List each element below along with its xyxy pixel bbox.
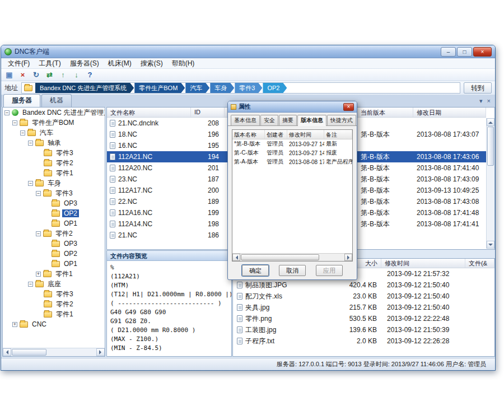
- scroll-left-icon[interactable]: [232, 254, 240, 261]
- delete-icon[interactable]: ×: [18, 70, 27, 80]
- scroll-up-icon[interactable]: [487, 118, 494, 126]
- tree-item[interactable]: +CNC: [3, 319, 105, 329]
- version-row[interactable]: 第-A-版本管理员2013-08-08 17:老产品程序: [232, 157, 352, 166]
- version-row[interactable]: *第-B-版本管理员2013-09-27 14:最新: [232, 139, 352, 148]
- breadcrumb-segment-4[interactable]: 零件3: [235, 83, 262, 93]
- tree-item[interactable]: −零件生产BOM: [3, 118, 105, 128]
- version-list-scrollbar[interactable]: [232, 253, 352, 261]
- attachment-row[interactable]: 零件.png530.5 KB2013-09-12 22:22:48: [233, 313, 494, 324]
- tree-item[interactable]: −Bandex DNC 先进生产管理系统: [3, 108, 105, 118]
- tree-item[interactable]: OP1: [3, 218, 105, 228]
- tree-item[interactable]: −零件2: [3, 228, 105, 239]
- collapse-icon[interactable]: −: [28, 181, 33, 186]
- chevron-down-icon[interactable]: ▾: [479, 97, 483, 104]
- file-preview-panel: 文件内容预览 %(112A21)(HTM)(T12| H1| D21.0000m…: [106, 250, 232, 357]
- scroll-left-icon[interactable]: [3, 348, 11, 356]
- dialog-title-bar[interactable]: 属性 ×: [228, 101, 357, 113]
- tree-item[interactable]: −零件3: [3, 188, 105, 198]
- tree-item[interactable]: −汽车: [3, 128, 105, 138]
- dialog-close-button[interactable]: ×: [343, 103, 354, 111]
- pane-tab-1[interactable]: 机器: [41, 94, 72, 107]
- refresh-icon[interactable]: ↻: [31, 70, 41, 80]
- version-list-header[interactable]: 版本名称创建者修改时间备注: [232, 130, 352, 139]
- dialog-apply-button[interactable]: 应用: [316, 265, 343, 276]
- file-list-vertical-scrollbar[interactable]: [486, 118, 494, 249]
- maximize-button[interactable]: □: [457, 47, 472, 57]
- breadcrumb-segment-3[interactable]: 车身: [210, 83, 234, 93]
- scrollbar-thumb[interactable]: [12, 349, 46, 356]
- collapse-icon[interactable]: −: [20, 130, 25, 136]
- tree-item[interactable]: −轴承: [3, 138, 105, 148]
- breadcrumb-segment-2[interactable]: 汽车: [185, 83, 209, 93]
- folder-icon: [52, 211, 60, 217]
- attachment-row[interactable]: 配刀文件.xls23.0 KB2013-09-12 21:50:40: [233, 291, 494, 302]
- attachment-row[interactable]: 制品顶图.JPG420.4 KB2013-09-12 21:50:40: [233, 279, 494, 291]
- tree-horizontal-scrollbar[interactable]: [3, 348, 105, 356]
- menu-item-0[interactable]: 文件(F): [3, 58, 34, 69]
- upload-icon[interactable]: ↑: [58, 70, 68, 80]
- collapse-icon[interactable]: −: [4, 110, 10, 115]
- version-row[interactable]: 第-C-版本管理员2013-09-27 14:报废: [232, 148, 352, 157]
- go-button[interactable]: 转到: [464, 82, 492, 94]
- dialog-ok-button[interactable]: 确定: [242, 265, 269, 276]
- tree-item[interactable]: 零件3: [3, 148, 105, 158]
- close-button[interactable]: ×: [473, 47, 492, 57]
- dialog-cancel-button[interactable]: 取消: [279, 265, 306, 276]
- address-field[interactable]: Bandex DNC 先进生产管理系统零件生产BOM汽车车身零件3OP2: [21, 82, 460, 94]
- tree-item[interactable]: +零件1: [3, 269, 105, 279]
- expand-icon[interactable]: +: [36, 272, 41, 277]
- tree-item[interactable]: 零件1: [3, 168, 105, 178]
- tree-item[interactable]: OP2: [3, 249, 105, 259]
- pane-tab-0[interactable]: 服务器: [3, 94, 40, 107]
- menu-item-1[interactable]: 工具(T): [34, 58, 65, 69]
- tree-item[interactable]: OP2: [3, 208, 105, 218]
- copy-icon[interactable]: ▣: [4, 70, 14, 80]
- scrollbar-thumb[interactable]: [487, 127, 494, 166]
- tree-item[interactable]: 零件1: [3, 309, 105, 319]
- transfer-icon[interactable]: ⇄: [45, 70, 54, 80]
- breadcrumb-segment-1[interactable]: 零件生产BOM: [134, 83, 185, 93]
- scroll-right-icon[interactable]: [96, 348, 105, 356]
- title-bar[interactable]: DNC客户端 –□×: [1, 45, 495, 58]
- scroll-down-icon[interactable]: [487, 241, 494, 249]
- dialog-tab-2[interactable]: 摘要: [279, 115, 297, 125]
- tree-item[interactable]: 零件2: [3, 299, 105, 309]
- dialog-tab-3[interactable]: 版本信息: [297, 115, 326, 126]
- folder-icon: [27, 130, 36, 136]
- scrollbar-thumb[interactable]: [241, 254, 319, 260]
- menu-item-5[interactable]: 帮助(H): [167, 58, 199, 69]
- help-icon[interactable]: ?: [85, 70, 95, 80]
- scroll-right-icon[interactable]: [344, 254, 352, 261]
- collapse-icon[interactable]: −: [36, 191, 41, 196]
- collapse-icon[interactable]: −: [28, 141, 33, 146]
- breadcrumb-segment-0[interactable]: Bandex DNC 先进生产管理系统: [35, 83, 134, 93]
- tree-item[interactable]: OP3: [3, 198, 105, 208]
- collapse-icon[interactable]: −: [36, 231, 41, 236]
- dialog-tab-1[interactable]: 安全: [260, 115, 278, 125]
- dialog-tab-0[interactable]: 基本信息: [231, 115, 260, 125]
- download-icon[interactable]: ↓: [72, 70, 81, 80]
- tree-item[interactable]: 零件3: [3, 289, 105, 299]
- collapse-icon[interactable]: −: [28, 282, 33, 287]
- folder-icon: [20, 120, 28, 126]
- attachment-row[interactable]: 夹具.jpg215.7 KB2013-09-12 21:50:40: [233, 302, 494, 313]
- tree-item[interactable]: 零件2: [3, 158, 105, 168]
- attachment-row[interactable]: 子程序.txt2.0 KB2013-09-12 22:26:28: [233, 335, 494, 347]
- minimize-button[interactable]: –: [441, 47, 456, 57]
- expand-icon[interactable]: +: [12, 322, 17, 327]
- tree-item[interactable]: OP1: [3, 259, 105, 269]
- close-pane-icon[interactable]: ×: [487, 97, 491, 104]
- menu-bar: 文件(F)工具(T)服务器(S)机床(M)搜索(S)帮助(H): [1, 58, 495, 69]
- attachment-row[interactable]: 工装图.jpg139.6 KB2013-09-12 21:50:39: [233, 324, 494, 335]
- menu-item-3[interactable]: 机床(M): [104, 58, 136, 69]
- tree-item[interactable]: OP3: [3, 239, 105, 249]
- tree-item[interactable]: −车身: [3, 178, 105, 188]
- document-icon: [237, 315, 242, 322]
- menu-item-2[interactable]: 服务器(S): [66, 58, 104, 69]
- menu-item-4[interactable]: 搜索(S): [136, 58, 167, 69]
- dialog-tab-strip: 基本信息安全摘要版本信息快捷方式: [228, 113, 357, 126]
- breadcrumb-segment-5[interactable]: OP2: [263, 83, 287, 93]
- collapse-icon[interactable]: −: [12, 120, 17, 125]
- dialog-tab-4[interactable]: 快捷方式: [327, 115, 356, 125]
- tree-item[interactable]: −底座: [3, 279, 105, 289]
